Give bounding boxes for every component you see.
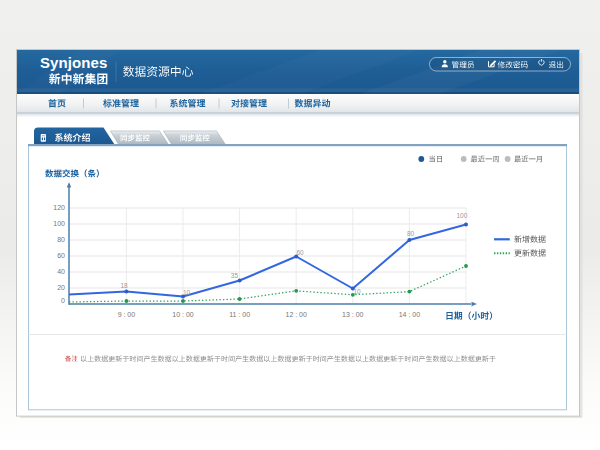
svg-text:11 : 00: 11 : 00 — [229, 311, 250, 318]
svg-text:10 : 00: 10 : 00 — [172, 311, 194, 318]
svg-text:18: 18 — [120, 282, 128, 289]
svg-text:100: 100 — [53, 220, 65, 227]
svg-text:60: 60 — [296, 249, 304, 256]
svg-text:120: 120 — [53, 204, 65, 211]
svg-text:100: 100 — [456, 212, 467, 219]
svg-text:80: 80 — [57, 236, 65, 243]
svg-text:80: 80 — [407, 230, 415, 237]
svg-text:35: 35 — [231, 272, 239, 279]
svg-text:12 : 00: 12 : 00 — [285, 311, 307, 318]
svg-text:0: 0 — [61, 297, 65, 304]
svg-text:13 : 00: 13 : 00 — [342, 311, 364, 318]
svg-text:10: 10 — [353, 288, 361, 295]
svg-text:20: 20 — [57, 284, 65, 291]
svg-text:14 : 00: 14 : 00 — [399, 311, 421, 318]
svg-text:Synjones: Synjones — [40, 54, 108, 71]
svg-text:10: 10 — [183, 289, 191, 296]
svg-text:9 : 00: 9 : 00 — [118, 311, 136, 318]
svg-text:60: 60 — [57, 252, 65, 259]
svg-text:40: 40 — [57, 268, 65, 275]
